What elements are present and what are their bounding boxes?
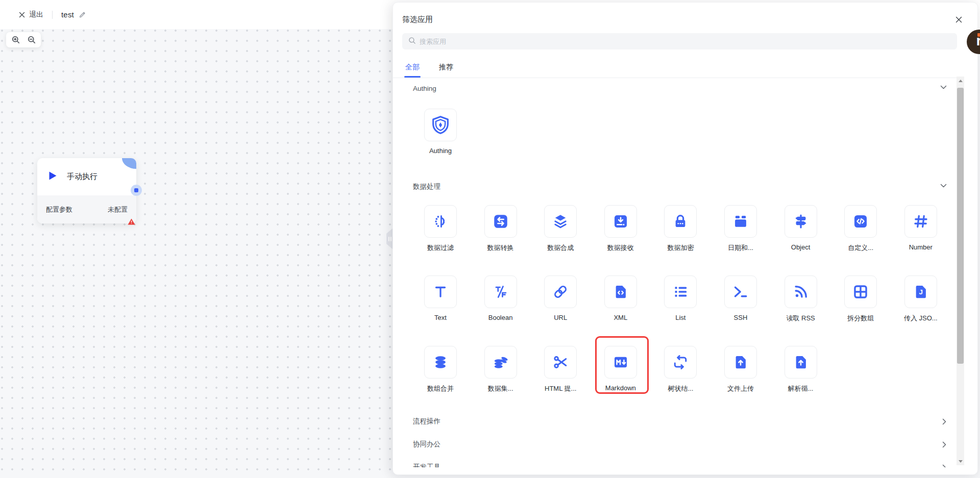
authing-shield-icon [424, 109, 457, 141]
swap-arrows-icon [484, 205, 517, 238]
tab-all[interactable]: 全部 [405, 57, 420, 78]
apps-grid: 数据过滤数据转换数据合成数据接收数据加密日期和...Object自定义...Nu… [424, 205, 964, 393]
app-label: 数据合成 [544, 243, 577, 253]
section-label: 流程操作 [413, 417, 440, 426]
app-tile-coin-stacks[interactable]: 数据集... [484, 346, 517, 393]
filter-dots-icon [424, 205, 457, 238]
app-label: 解析循... [785, 384, 817, 393]
search-box[interactable] [402, 33, 957, 49]
section-header[interactable]: 协同办公 [402, 439, 964, 449]
app-label: Number [904, 243, 937, 253]
json-file-icon: J [904, 275, 937, 308]
app-tile-scissors[interactable]: HTML 提... [544, 346, 577, 393]
header-divider [52, 11, 53, 19]
file-parse-upload-icon [785, 346, 817, 379]
chevron-right-icon[interactable] [942, 441, 947, 448]
scrollbar-thumb[interactable] [957, 88, 964, 364]
bool-tf-icon [484, 275, 517, 308]
app-tile-code-square[interactable]: 自定义... [844, 205, 877, 253]
flow-name: test [61, 10, 74, 19]
section-group-3: 协同办公 [402, 439, 964, 449]
signpost-icon [785, 205, 817, 238]
database-stack-icon [424, 346, 457, 379]
app-tile-bullet-list[interactable]: List [664, 275, 697, 323]
play-icon [48, 171, 57, 183]
app-tile-markdown-square[interactable]: Markdown [604, 346, 637, 393]
zoom-in-button[interactable] [11, 35, 20, 44]
chevron-down-icon[interactable] [940, 184, 947, 188]
search-icon [408, 37, 416, 46]
app-tile-authing-shield[interactable]: Authing [424, 109, 457, 156]
node-param-value: 未配置 [108, 205, 128, 214]
section-header[interactable]: Authing [402, 83, 964, 93]
search-input[interactable] [420, 38, 886, 45]
zoom-out-button[interactable] [27, 35, 36, 44]
panel-scrollbar[interactable] [957, 77, 964, 465]
app-tile-rss-feed[interactable]: 读取 RSS [785, 275, 817, 323]
app-tile-lock[interactable]: 数据加密 [664, 205, 697, 253]
apps-grid: Authing [424, 109, 964, 156]
section-header[interactable]: 开发工具 [402, 462, 964, 467]
section-authing: AuthingAuthing [402, 83, 964, 156]
section-label: 数据处理 [413, 182, 440, 191]
loop-arrows-icon [664, 346, 697, 379]
tab-recommended[interactable]: 推荐 [439, 57, 453, 78]
grid-split-icon [844, 275, 877, 308]
scrollbar-down-arrow[interactable] [957, 457, 964, 465]
app-label: SSH [724, 314, 757, 323]
chevron-right-icon[interactable] [942, 464, 947, 467]
lock-icon [664, 205, 697, 238]
markdown-square-icon [604, 346, 637, 379]
bullet-list-icon [664, 275, 697, 308]
app-tile-layers[interactable]: 数据合成 [544, 205, 577, 253]
exit-button[interactable]: 退出 [19, 10, 43, 19]
panel-close-button[interactable] [953, 14, 964, 25]
rename-pencil-icon[interactable] [79, 11, 86, 18]
app-tile-bool-tf[interactable]: Boolean [484, 275, 517, 323]
app-tile-signpost[interactable]: Object [785, 205, 817, 253]
app-tile-file-code[interactable]: XML [604, 275, 637, 323]
exit-close-icon [19, 12, 25, 18]
app-tile-hash[interactable]: Number [904, 205, 937, 253]
section-label: 协同办公 [413, 440, 440, 449]
coin-stacks-icon [484, 346, 517, 379]
app-tile-terminal-prompt[interactable]: SSH [724, 275, 757, 323]
file-upload-icon [724, 346, 757, 379]
file-code-icon [604, 275, 637, 308]
app-label: 数据过滤 [424, 243, 457, 253]
app-tile-letter-t[interactable]: Text [424, 275, 457, 323]
node-manual-trigger[interactable]: 手动执行 配置参数 未配置 [37, 158, 136, 223]
app-tile-json-file[interactable]: J传入 JSO... [904, 275, 937, 323]
calendar-icon [724, 205, 757, 238]
app-tile-swap-arrows[interactable]: 数据转换 [484, 205, 517, 253]
section-label: 开发工具 [413, 463, 440, 467]
letter-t-icon [424, 275, 457, 308]
app-tile-grid-split[interactable]: 拆分数组 [844, 275, 877, 323]
app-label: HTML 提... [544, 384, 577, 393]
rss-feed-icon [785, 275, 817, 308]
zoom-toolbar [6, 32, 41, 47]
app-tile-inbox-download[interactable]: 数据接收 [604, 205, 637, 253]
app-label: XML [604, 314, 637, 323]
node-title: 手动执行 [67, 172, 97, 182]
app-filter-panel: 筛选应用 全部 推荐 AuthingAuthing数据处理数据过滤数据转换数据合… [393, 2, 978, 475]
app-tile-file-upload[interactable]: 文件上传 [724, 346, 757, 393]
app-tile-database-stack[interactable]: 数组合并 [424, 346, 457, 393]
chevron-right-icon[interactable] [942, 418, 947, 425]
section-header[interactable]: 流程操作 [402, 416, 964, 426]
app-tile-loop-arrows[interactable]: 树状结... [664, 346, 697, 393]
layers-icon [544, 205, 577, 238]
node-param-label: 配置参数 [46, 205, 72, 214]
chevron-down-icon[interactable] [940, 85, 947, 90]
app-label: 树状结... [664, 384, 697, 393]
app-tile-file-parse-upload[interactable]: 解析循... [785, 346, 817, 393]
app-tile-filter-dots[interactable]: 数据过滤 [424, 205, 457, 253]
app-label: 文件上传 [724, 384, 757, 393]
scrollbar-up-arrow[interactable] [957, 77, 964, 85]
section-group-1: 数据处理数据过滤数据转换数据合成数据接收数据加密日期和...Object自定义.… [402, 182, 964, 393]
section-header[interactable]: 数据处理 [402, 182, 964, 192]
node-config-row[interactable]: 配置参数 未配置 [37, 195, 136, 223]
app-tile-calendar[interactable]: 日期和... [724, 205, 757, 253]
node-output-port[interactable] [131, 185, 142, 196]
app-tile-link-chain[interactable]: URL [544, 275, 577, 323]
